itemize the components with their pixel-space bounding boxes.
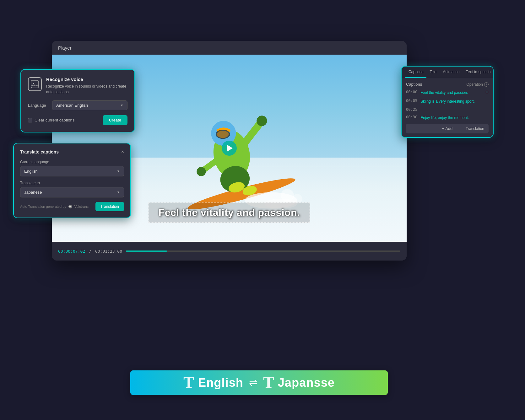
voice-icon: A ₊ xyxy=(28,77,42,91)
translation-button[interactable]: Translation xyxy=(95,202,124,211)
player-titlebar: Player xyxy=(52,41,407,55)
play-button[interactable] xyxy=(222,141,237,156)
english-label: English xyxy=(198,376,243,390)
language-label: Language xyxy=(28,103,48,108)
time-total: 00:01:23:00 xyxy=(95,249,122,254)
recognize-voice-panel: A ₊ Recognize voice Recognize voice in s… xyxy=(20,69,135,132)
translation-tag-button[interactable]: Translation xyxy=(461,125,489,133)
current-lang-dropdown-icon: ▼ xyxy=(117,170,120,173)
japanese-T-icon: T xyxy=(263,374,274,391)
create-button[interactable]: Create xyxy=(103,115,127,125)
tab-captions[interactable]: Captions xyxy=(405,67,426,78)
translation-bar: T English ⇌ T Japansse xyxy=(130,370,388,395)
caption-row-3[interactable]: 00:25 xyxy=(406,107,489,112)
tab-captions-label: Captions xyxy=(409,70,423,74)
tab-tts-label: Text-to-speech xyxy=(466,70,491,74)
add-caption-label: + Add xyxy=(442,126,453,131)
info-icon: i xyxy=(484,82,489,87)
recognize-voice-footer: Clear current captions Create xyxy=(28,115,127,125)
current-language-label: Current language xyxy=(20,160,124,164)
swap-arrows-icon: ⇌ xyxy=(249,377,257,389)
tab-text[interactable]: Text xyxy=(426,67,440,78)
caption-text-2: Skiing is a very interesting sport. xyxy=(420,99,489,104)
checkbox-input[interactable] xyxy=(28,118,32,122)
japanese-item: T Japansse xyxy=(263,374,335,391)
brand-name: Volctrans xyxy=(74,205,89,208)
player-title: Player xyxy=(58,45,72,51)
translate-to-dropdown-icon: ▼ xyxy=(117,191,120,194)
credit-text: Auto Translation generated by xyxy=(20,205,66,208)
caption-time-4: 00:30 xyxy=(406,115,417,119)
volctrans-logo-icon: V xyxy=(68,204,73,209)
svg-text:V: V xyxy=(69,206,71,208)
caption-display-text: Feel the vitality and passion. xyxy=(159,207,300,218)
volctrans-credit: Auto Translation generated by V Volctran… xyxy=(20,204,89,209)
current-language-select[interactable]: English ▼ xyxy=(20,166,124,176)
recognize-voice-title: Recognize voice xyxy=(46,77,127,82)
recognize-voice-text: Recognize voice Recognize voice in sound… xyxy=(46,77,127,95)
caption-edit-icon-1[interactable]: ⊙ xyxy=(485,90,489,94)
captions-header-row: Captions Operation i xyxy=(406,82,489,87)
voice-icon-svg: A ₊ xyxy=(30,79,40,89)
dropdown-arrow-icon: ▼ xyxy=(120,104,123,107)
operation-text: Operation xyxy=(466,82,483,87)
operation-label: Operation i xyxy=(466,82,489,87)
japanese-label: Japansse xyxy=(278,376,335,390)
translate-to-select[interactable]: Japanese ▼ xyxy=(20,187,124,197)
translate-footer: Auto Translation generated by V Volctran… xyxy=(20,202,124,211)
svg-point-7 xyxy=(257,116,267,126)
close-icon[interactable]: × xyxy=(121,149,124,155)
svg-text:A: A xyxy=(32,82,35,87)
caption-text-1: Feel the vitality and passion. xyxy=(420,90,482,95)
clear-captions-label: Clear current captions xyxy=(35,118,74,122)
recognize-voice-header: A ₊ Recognize voice Recognize voice in s… xyxy=(28,77,127,95)
svg-point-14 xyxy=(281,189,294,202)
language-row: Language American English ▼ xyxy=(28,100,127,110)
caption-row-4[interactable]: 00:30 Enjoy life, enjoy the moment. xyxy=(406,115,489,121)
tab-animation[interactable]: Animation xyxy=(440,67,463,78)
recognize-voice-desc: Recognize voice in sounds or videos and … xyxy=(46,83,127,95)
tab-text-label: Text xyxy=(430,70,436,74)
svg-point-5 xyxy=(217,131,229,138)
language-value: American English xyxy=(56,103,88,108)
caption-time-1: 00:00 xyxy=(406,90,417,94)
time-separator: / xyxy=(89,249,91,254)
english-item: T English xyxy=(183,374,243,391)
svg-point-9 xyxy=(197,167,206,176)
snowboarder-svg xyxy=(141,83,336,213)
caption-time-2: 00:05 xyxy=(406,99,417,103)
captions-section-title: Captions xyxy=(406,82,422,87)
language-dropdown[interactable]: American English ▼ xyxy=(52,100,127,110)
captions-panel: Captions Text Animation Text-to-speech C… xyxy=(401,66,494,138)
caption-overlay: Feel the vitality and passion. xyxy=(149,202,310,223)
tab-tts[interactable]: Text-to-speech xyxy=(463,67,494,78)
time-current: 00:00:07:02 xyxy=(58,249,85,254)
translate-title: Translate captions xyxy=(20,149,59,154)
timeline-track[interactable] xyxy=(126,250,400,252)
caption-text-4: Enjoy life, enjoy the moment. xyxy=(420,115,489,121)
caption-time-3: 00:25 xyxy=(406,107,417,112)
clear-captions-checkbox[interactable]: Clear current captions xyxy=(28,118,74,122)
caption-row-1[interactable]: 00:00 Feel the vitality and passion. ⊙ xyxy=(406,90,489,95)
translate-to-value: Japanese xyxy=(24,190,42,195)
timeline-progress xyxy=(126,250,167,252)
tab-animation-label: Animation xyxy=(443,70,459,74)
caption-row-2[interactable]: 00:05 Skiing is a very interesting sport… xyxy=(406,99,489,104)
english-T-icon: T xyxy=(183,374,194,391)
translate-header: Translate captions × xyxy=(20,149,124,155)
translate-captions-panel: Translate captions × Current language En… xyxy=(13,143,131,218)
captions-tabs: Captions Text Animation Text-to-speech xyxy=(402,67,493,78)
translate-to-label: Translate to xyxy=(20,181,124,185)
current-language-value: English xyxy=(24,169,38,174)
timeline-bar: 00:00:07:02 / 00:01:23:00 xyxy=(52,242,407,261)
svg-text:₊: ₊ xyxy=(35,83,37,87)
